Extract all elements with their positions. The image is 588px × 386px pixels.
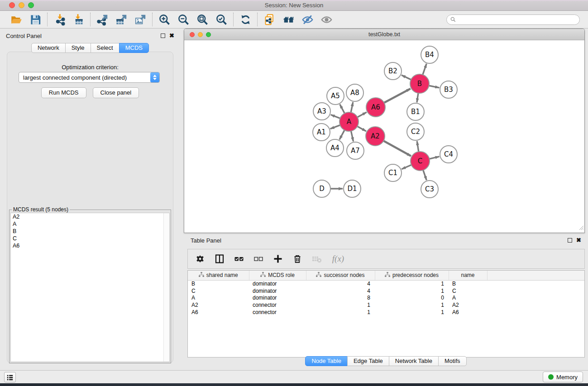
table-cell[interactable]: A [188, 295, 249, 302]
open-folder-icon[interactable] [10, 13, 23, 26]
graph-edge-A6-B[interactable] [384, 89, 411, 103]
network-maximize-button[interactable] [206, 32, 211, 37]
graph-edge-C-C4[interactable] [429, 157, 440, 159]
column-header[interactable]: name [449, 271, 487, 280]
table-cell[interactable]: 4 [306, 280, 375, 287]
window-resize-grip[interactable] [578, 224, 584, 232]
gear-icon[interactable] [194, 253, 206, 265]
table-cell[interactable]: 1 [375, 280, 449, 287]
mcds-result-item[interactable]: A2 [11, 213, 169, 220]
column-header[interactable]: predecessor nodes [375, 271, 449, 280]
table-cell[interactable]: A6 [188, 309, 249, 316]
graph-edge-B-B4[interactable] [423, 64, 427, 75]
mcds-result-item[interactable]: A [11, 220, 169, 228]
tab-network-table[interactable]: Network Table [389, 356, 439, 366]
mcds-result-item[interactable]: A6 [11, 242, 169, 249]
table-cell[interactable]: 1 [375, 287, 449, 295]
column-header[interactable]: successor nodes [306, 271, 375, 280]
close-table-panel-icon[interactable]: ✖ [576, 238, 581, 243]
tab-select[interactable]: Select [91, 43, 120, 53]
save-icon[interactable] [29, 13, 42, 26]
graph-edge-A-A8[interactable] [351, 102, 353, 113]
close-panel-icon[interactable]: ✖ [169, 33, 174, 38]
table-cell[interactable]: 1 [375, 309, 449, 316]
table-row[interactable]: A2connector11A2 [188, 301, 584, 309]
mcds-result-list[interactable]: A2ABCA6 [10, 213, 170, 362]
graph-edge-C-C1[interactable] [402, 165, 411, 169]
table-cell[interactable]: dominator [249, 287, 306, 295]
memory-button[interactable]: Memory [543, 372, 583, 382]
table-cell[interactable]: dominator [249, 295, 306, 302]
table-cell[interactable]: A2 [188, 301, 249, 309]
import-table-icon[interactable] [72, 13, 85, 26]
column-header[interactable]: MCDS role [249, 271, 306, 280]
graph-edge-A-A3[interactable] [331, 115, 341, 119]
home-pair-icon[interactable] [282, 13, 295, 26]
table-cell[interactable]: B [449, 280, 487, 287]
hide-selected-icon[interactable] [301, 13, 314, 26]
table-cell[interactable]: 4 [306, 287, 375, 295]
close-panel-button[interactable]: Close panel [93, 87, 139, 98]
graph-edge-C-C2[interactable] [417, 141, 419, 152]
column-header[interactable]: shared name [188, 271, 249, 280]
export-network-icon[interactable] [96, 13, 109, 26]
table-cell[interactable]: connector [249, 301, 306, 309]
network-graph[interactable]: B4B2BB3A8A5A6B1A3AA1C2A2A4A7C4CC1C3DD1 [184, 40, 584, 233]
zoom-out-icon[interactable] [177, 13, 190, 26]
search-input[interactable] [446, 14, 580, 25]
mcds-result-item[interactable]: C [11, 235, 169, 242]
export-table-icon[interactable] [115, 13, 128, 26]
tab-network[interactable]: Network [31, 43, 66, 53]
table-cell[interactable]: C [188, 287, 249, 295]
add-icon[interactable] [272, 253, 284, 265]
table-row[interactable]: Cdominator41C [188, 287, 584, 295]
graph-edge-A-A7[interactable] [351, 131, 353, 142]
table-cell[interactable]: A [449, 295, 487, 302]
table-cell[interactable]: 0 [375, 295, 449, 302]
tab-motifs[interactable]: Motifs [438, 356, 467, 366]
float-panel-icon[interactable] [161, 33, 165, 38]
show-all-icon[interactable] [320, 13, 333, 26]
graph-edge-B-B2[interactable] [402, 75, 411, 80]
graph-edge-A-A6[interactable] [357, 112, 367, 118]
columns-icon[interactable] [214, 253, 225, 265]
graph-edge-B-B1[interactable] [417, 93, 418, 102]
graph-edge-A2-C[interactable] [383, 141, 411, 156]
table-cell[interactable]: C [449, 287, 487, 295]
import-network-icon[interactable] [53, 13, 66, 26]
graph-edge-A-A5[interactable] [340, 105, 345, 114]
float-table-panel-icon[interactable] [568, 238, 572, 243]
zoom-in-icon[interactable] [158, 13, 171, 26]
network-window-titlebar[interactable]: testGlobe.txt [184, 29, 584, 40]
select-all-icon[interactable] [233, 253, 245, 265]
graph-edge-A-A1[interactable] [330, 125, 341, 129]
network-canvas[interactable]: B4B2BB3A8A5A6B1A3AA1C2A2A4A7C4CC1C3DD1 [184, 40, 584, 233]
table-row[interactable]: Adominator80A [188, 295, 584, 302]
tab-node-table[interactable]: Node Table [305, 356, 348, 366]
refresh-icon[interactable] [239, 13, 252, 26]
tab-style[interactable]: Style [65, 43, 91, 53]
delete-icon[interactable] [292, 253, 303, 265]
deselect-all-icon[interactable] [253, 253, 264, 265]
table-row[interactable]: Bdominator41B [188, 280, 584, 287]
tab-edge-table[interactable]: Edge Table [347, 356, 389, 366]
table-cell[interactable]: 1 [306, 301, 375, 309]
table-cell[interactable]: A6 [449, 309, 487, 316]
graph-edge-B-B3[interactable] [429, 86, 440, 88]
clone-network-icon[interactable] [263, 13, 276, 26]
run-mcds-button[interactable]: Run MCDS [41, 87, 86, 98]
table-cell[interactable]: connector [249, 309, 306, 316]
task-history-button[interactable] [4, 372, 16, 382]
table-cell[interactable]: 1 [306, 309, 375, 316]
result-scrollbar[interactable] [163, 213, 169, 362]
table-cell[interactable]: B [188, 280, 249, 287]
network-close-button[interactable] [190, 32, 195, 37]
graph-edge-C-C3[interactable] [423, 170, 426, 180]
minimize-window-button[interactable] [19, 2, 24, 8]
tab-mcds[interactable]: MCDS [119, 43, 149, 53]
graph-edge-A-A2[interactable] [357, 126, 366, 131]
graph-edge-A-A4[interactable] [339, 130, 345, 140]
table-cell[interactable]: 8 [306, 295, 375, 302]
table-cell[interactable]: dominator [249, 280, 306, 287]
table-cell[interactable]: 1 [375, 301, 449, 309]
